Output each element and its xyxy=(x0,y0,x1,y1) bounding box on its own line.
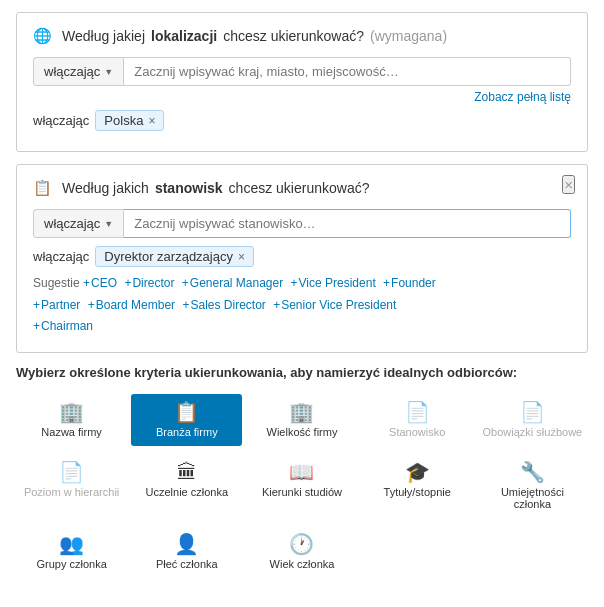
position-tag-label: włączając xyxy=(33,249,89,264)
targeting-icon-5: 📄 xyxy=(59,462,84,482)
targeting-icon-8: 🎓 xyxy=(405,462,430,482)
suggestion-director[interactable]: Director xyxy=(124,276,174,290)
location-tag-label: włączając xyxy=(33,113,89,128)
targeting-title: Wybierz określone kryteria ukierunkowani… xyxy=(16,365,588,380)
position-input[interactable] xyxy=(124,209,571,238)
targeting-label-8: Tytuły/stopnie xyxy=(384,486,451,498)
chevron-down-icon: ▼ xyxy=(104,67,113,77)
targeting-label-7: Kierunki studiów xyxy=(262,486,342,498)
targeting-icon-1: 📋 xyxy=(174,402,199,422)
targeting-item-0[interactable]: 🏢Nazwa firmy xyxy=(16,394,127,446)
targeting-icon-2: 🏢 xyxy=(289,402,314,422)
position-tag: Dyrektor zarządzający × xyxy=(95,246,254,267)
targeting-item-2[interactable]: 🏢Wielkość firmy xyxy=(246,394,357,446)
location-tag-value: Polska xyxy=(104,113,143,128)
targeting-label-0: Nazwa firmy xyxy=(41,426,102,438)
targeting-item-12[interactable]: 🕐Wiek członka xyxy=(246,526,357,578)
targeting-label-5: Poziom w hierarchii xyxy=(24,486,119,498)
location-tag: Polska × xyxy=(95,110,164,131)
location-dropdown-label: włączając xyxy=(44,64,100,79)
targeting-item-11[interactable]: 👤Płeć członka xyxy=(131,526,242,578)
position-tag-value: Dyrektor zarządzający xyxy=(104,249,233,264)
suggestion-vice-president[interactable]: Vice President xyxy=(291,276,376,290)
location-title-bold: lokalizacji xyxy=(151,28,217,44)
targeting-icon-4: 📄 xyxy=(520,402,545,422)
position-close-button[interactable]: × xyxy=(562,175,575,194)
targeting-label-6: Uczelnie członka xyxy=(146,486,229,498)
targeting-label-9: Umiejętności członka xyxy=(481,486,584,510)
suggestion-sales-director[interactable]: Sales Director xyxy=(182,298,265,312)
targeting-item-10[interactable]: 👥Grupy członka xyxy=(16,526,127,578)
location-required: (wymagana) xyxy=(370,28,447,44)
see-full-list-link[interactable]: Zobacz pełną listę xyxy=(33,90,571,104)
location-dropdown[interactable]: włączając ▼ xyxy=(33,57,124,86)
location-section-title: 🌐 Według jakiej lokalizacji chcesz ukier… xyxy=(33,27,571,45)
suggestion-ceo[interactable]: CEO xyxy=(83,276,117,290)
targeting-icon-9: 🔧 xyxy=(520,462,545,482)
suggestions-label: Sugestie xyxy=(33,276,80,290)
position-input-row: włączając ▼ xyxy=(33,209,571,238)
targeting-item-6[interactable]: 🏛Uczelnie członka xyxy=(131,454,242,518)
targeting-section: Wybierz określone kryteria ukierunkowani… xyxy=(16,365,588,578)
location-input-row: włączając ▼ xyxy=(33,57,571,86)
targeting-icon-7: 📖 xyxy=(289,462,314,482)
location-input[interactable] xyxy=(124,57,571,86)
targeting-label-2: Wielkość firmy xyxy=(267,426,338,438)
position-section: × 📋 Według jakich stanowisk chcesz ukier… xyxy=(16,164,588,353)
location-section: 🌐 Według jakiej lokalizacji chcesz ukier… xyxy=(16,12,588,152)
doc-icon: 📋 xyxy=(33,179,52,197)
targeting-item-8[interactable]: 🎓Tytuły/stopnie xyxy=(362,454,473,518)
location-tags-row: włączając Polska × xyxy=(33,110,571,131)
suggestion-senior-vp[interactable]: Senior Vice President xyxy=(273,298,396,312)
targeting-label-12: Wiek członka xyxy=(270,558,335,570)
position-title-bold: stanowisk xyxy=(155,180,223,196)
location-title-prefix: Według jakiej xyxy=(62,28,145,44)
globe-icon: 🌐 xyxy=(33,27,52,45)
chevron-down-icon: ▼ xyxy=(104,219,113,229)
suggestion-board-member[interactable]: Board Member xyxy=(88,298,175,312)
targeting-label-1: Branża firmy xyxy=(156,426,218,438)
targeting-label-11: Płeć członka xyxy=(156,558,218,570)
targeting-icon-11: 👤 xyxy=(174,534,199,554)
targeting-icon-3: 📄 xyxy=(405,402,430,422)
suggestion-general-manager[interactable]: General Manager xyxy=(182,276,283,290)
targeting-icon-0: 🏢 xyxy=(59,402,84,422)
targeting-item-5: 📄Poziom w hierarchii xyxy=(16,454,127,518)
targeting-item-3: 📄Stanowisko xyxy=(362,394,473,446)
position-dropdown[interactable]: włączając ▼ xyxy=(33,209,124,238)
targeting-label-10: Grupy członka xyxy=(36,558,106,570)
targeting-item-1[interactable]: 📋Branża firmy xyxy=(131,394,242,446)
location-title-suffix: chcesz ukierunkować? xyxy=(223,28,364,44)
targeting-item-9[interactable]: 🔧Umiejętności członka xyxy=(477,454,588,518)
suggestion-chairman[interactable]: Chairman xyxy=(33,319,93,333)
targeting-label-3: Stanowisko xyxy=(389,426,445,438)
position-title-prefix: Według jakich xyxy=(62,180,149,196)
targeting-icon-10: 👥 xyxy=(59,534,84,554)
position-section-title: 📋 Według jakich stanowisk chcesz ukierun… xyxy=(33,179,571,197)
suggestions-row: Sugestie CEO Director General Manager Vi… xyxy=(33,273,571,338)
location-tag-remove[interactable]: × xyxy=(148,114,155,128)
position-tags-row: włączając Dyrektor zarządzający × xyxy=(33,246,571,267)
suggestion-founder[interactable]: Founder xyxy=(383,276,436,290)
targeting-icon-6: 🏛 xyxy=(177,462,197,482)
position-dropdown-label: włączając xyxy=(44,216,100,231)
targeting-item-4: 📄Obowiązki służbowe xyxy=(477,394,588,446)
targeting-item-7[interactable]: 📖Kierunki studiów xyxy=(246,454,357,518)
targeting-label-4: Obowiązki służbowe xyxy=(483,426,583,438)
position-tag-remove[interactable]: × xyxy=(238,250,245,264)
suggestion-partner[interactable]: Partner xyxy=(33,298,80,312)
targeting-icon-12: 🕐 xyxy=(289,534,314,554)
targeting-grid: 🏢Nazwa firmy📋Branża firmy🏢Wielkość firmy… xyxy=(16,394,588,578)
position-title-suffix: chcesz ukierunkować? xyxy=(229,180,370,196)
